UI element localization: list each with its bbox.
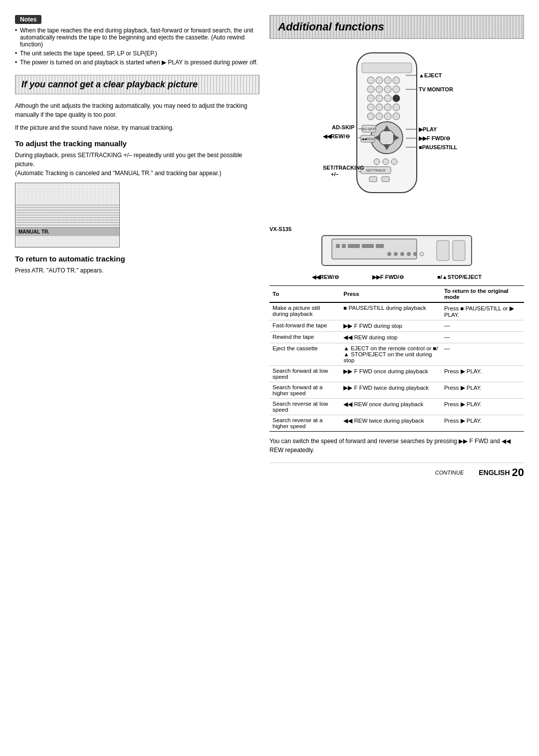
manual-tr-bar: MANUAL TR. <box>15 227 119 236</box>
row-press: ◀◀ REW once during playback <box>340 399 441 415</box>
svg-point-7 <box>376 86 383 93</box>
row-return: Press ▶ PLAY. <box>441 415 524 432</box>
svg-point-21 <box>393 113 400 120</box>
row-return: — <box>441 320 524 332</box>
svg-point-18 <box>367 113 374 120</box>
row-return: Press ▶ PLAY. <box>441 382 524 399</box>
svg-point-11 <box>376 95 383 102</box>
notes-list: When the tape reaches the end during pla… <box>15 27 260 66</box>
svg-point-34 <box>391 159 397 165</box>
vcr-area: VX-S135 <box>270 226 524 280</box>
row-to: Search forward at low speed <box>270 366 340 382</box>
auto-tracking-body: Press ATR. "AUTO TR." appears. <box>15 266 260 275</box>
svg-rect-69 <box>437 241 449 260</box>
svg-point-19 <box>376 113 383 120</box>
svg-point-9 <box>393 86 400 93</box>
svg-rect-60 <box>348 244 360 248</box>
table-row: Rewind the tape ◀◀ REW during stop — <box>270 332 524 343</box>
additional-functions-heading: Additional functions <box>270 15 524 39</box>
row-to: Search reverse at low speed <box>270 399 340 415</box>
row-press: ◀◀ REW twice during playback <box>340 415 441 432</box>
note-item: The unit selects the tape speed, SP, LP … <box>15 50 260 57</box>
svg-point-33 <box>383 159 389 165</box>
left-column: Notes When the tape reaches the end duri… <box>15 15 260 746</box>
row-press: ▶▶ F FWD during stop <box>340 320 441 332</box>
svg-rect-1 <box>362 63 412 73</box>
row-return: Press ■ PAUSE/STILL or ▶ PLAY. <box>441 302 524 320</box>
row-press: ■ PAUSE/STILL during playback <box>340 302 441 320</box>
svg-point-65 <box>400 252 404 256</box>
row-return: — <box>441 343 524 366</box>
functions-table: To Press To return to the original mode … <box>270 285 524 432</box>
svg-text:▲EJECT: ▲EJECT <box>419 72 442 78</box>
svg-point-13 <box>393 95 400 102</box>
notes-badge: Notes <box>15 15 41 24</box>
svg-point-10 <box>367 95 374 102</box>
footer-text: You can switch the speed of forward and … <box>270 437 524 455</box>
svg-text:TV MONITOR: TV MONITOR <box>419 86 453 92</box>
svg-rect-58 <box>336 244 340 248</box>
section-intro1: Although the unit adjusts the tracking a… <box>15 101 260 119</box>
svg-text:AD-SKIP: AD-SKIP <box>362 127 376 131</box>
svg-point-16 <box>384 104 391 111</box>
row-to: Make a picture still during playback <box>270 302 340 320</box>
table-row: Search reverse at low speed ◀◀ REW once … <box>270 399 524 415</box>
remote-svg-container: AD-SKIP ◀◀REW SET/TRACK <box>312 48 482 219</box>
svg-point-66 <box>407 252 411 256</box>
vcr-ffwd-label: ▶▶F FWD/⊖ <box>372 274 404 280</box>
svg-text:+/–: +/– <box>331 171 339 177</box>
svg-point-64 <box>394 252 398 256</box>
notes-section: Notes When the tape reaches the end duri… <box>15 15 260 66</box>
vcr-rew-label: ◀◀REW/⊖ <box>312 274 339 280</box>
svg-point-5 <box>393 77 400 84</box>
svg-text:▶▶F FWD/⊖: ▶▶F FWD/⊖ <box>419 135 450 141</box>
svg-point-14 <box>367 104 374 111</box>
note-item: When the tape reaches the end during pla… <box>15 27 260 48</box>
svg-rect-62 <box>376 244 384 248</box>
svg-point-12 <box>384 95 391 102</box>
row-return: Press ▶ PLAY. <box>441 366 524 382</box>
row-press: ▶▶ F FWD twice during playback <box>340 382 441 399</box>
row-return: Press ▶ PLAY. <box>441 399 524 415</box>
row-press: ▲ EJECT on the remote control or ■/▲ STO… <box>340 343 441 366</box>
table-row: Fast-forward the tape ▶▶ F FWD during st… <box>270 320 524 332</box>
additional-functions-title: Additional functions <box>278 20 516 33</box>
svg-rect-59 <box>342 244 346 248</box>
page-number: 20 <box>512 466 524 479</box>
svg-text:■PAUSE/STILL: ■PAUSE/STILL <box>419 144 458 150</box>
svg-rect-37 <box>369 177 377 182</box>
svg-point-3 <box>376 77 383 84</box>
row-press: ▶▶ F FWD once during playback <box>340 366 441 382</box>
row-to: Fast-forward the tape <box>270 320 340 332</box>
svg-point-4 <box>384 77 391 84</box>
row-to: Eject the cassette <box>270 343 340 366</box>
table-header-to: To <box>270 286 340 303</box>
auto-tracking-title: To return to automatic tracking <box>15 254 260 263</box>
table-header-return: To return to the original mode <box>441 286 524 303</box>
playback-section-heading: If you cannot get a clear playback pictu… <box>15 75 260 94</box>
table-header-press: Press <box>340 286 441 303</box>
svg-text:SET/TRACKING: SET/TRACKING <box>323 165 364 171</box>
svg-point-2 <box>367 77 374 84</box>
section-intro2: If the picture and the sound have noise,… <box>15 123 260 132</box>
table-row: Search forward at a higher speed ▶▶ F FW… <box>270 382 524 399</box>
svg-point-63 <box>387 252 391 256</box>
tracking-manually-title: To adjust the tracking manually <box>15 139 260 148</box>
table-row: Make a picture still during playback ■ P… <box>270 302 524 320</box>
vcr-stop-eject-label: ■/▲STOP/EJECT <box>437 274 482 280</box>
remote-diagram: AD-SKIP ◀◀REW SET/TRACK <box>312 48 482 218</box>
table-row: Search forward at low speed ▶▶ F FWD onc… <box>270 366 524 382</box>
row-return: — <box>441 332 524 343</box>
continue-label: CONTINUE <box>435 470 464 476</box>
tracking-image: MANUAL TR. <box>15 183 120 248</box>
svg-text:AD-SKIP: AD-SKIP <box>332 124 354 130</box>
vcr-diagram <box>312 233 482 273</box>
svg-rect-38 <box>382 177 389 182</box>
svg-point-68 <box>420 252 424 256</box>
vcr-model-label: VX-S135 <box>270 226 291 232</box>
svg-point-17 <box>393 104 400 111</box>
remote-diagram-area: AD-SKIP ◀◀REW SET/TRACK <box>270 48 524 219</box>
continue-bar: CONTINUE ENGLISH 20 <box>270 463 524 479</box>
svg-text:SET/TRACK: SET/TRACK <box>366 169 386 172</box>
svg-point-15 <box>376 104 383 111</box>
